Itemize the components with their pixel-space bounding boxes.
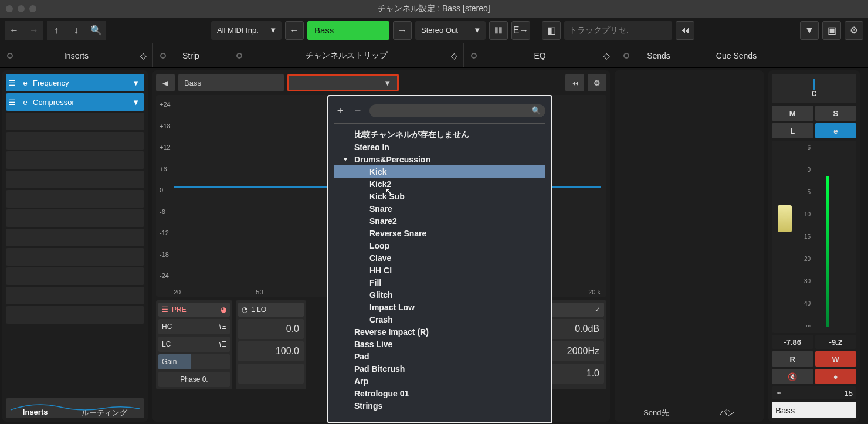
insert-slot-empty[interactable] [6, 287, 144, 304]
tab-inserts[interactable]: Inserts ◇ [0, 43, 152, 67]
tab-sends[interactable]: Sends [616, 43, 701, 67]
channel-name-field[interactable]: Bass [307, 21, 389, 40]
insert-slot-empty[interactable] [6, 113, 144, 130]
bypass-icon[interactable] [623, 53, 629, 59]
bypass-icon[interactable] [160, 53, 166, 59]
insert-slot[interactable]: ☰ e Frequency ▼ [6, 74, 144, 91]
edit-button[interactable]: e [815, 123, 857, 138]
insert-slot-empty[interactable] [6, 229, 144, 246]
link-row[interactable]: ⚭ 15 [772, 386, 856, 399]
close-icon[interactable] [6, 5, 13, 12]
write-button[interactable]: W [815, 351, 857, 367]
eq-back-button[interactable]: ◀ [156, 74, 175, 91]
functions-button[interactable]: ▣ [822, 21, 841, 40]
insert-slot-empty[interactable] [6, 190, 144, 208]
settings-button[interactable]: ⚙ [845, 21, 863, 40]
listen-button[interactable]: L [772, 123, 813, 138]
list-item[interactable]: Clave [334, 252, 545, 264]
band-q[interactable]: 1.0 [544, 364, 604, 384]
bottom-tab-pan[interactable]: パン [713, 404, 742, 422]
insert-slot-empty[interactable] [6, 151, 144, 169]
insert-slot-empty[interactable] [6, 306, 144, 324]
list-item[interactable]: Loop [334, 239, 545, 252]
bypass-icon[interactable]: ☰ [6, 98, 19, 107]
eq-reset-button[interactable]: ⏮ [565, 74, 584, 91]
edit-icon[interactable]: e [19, 98, 32, 107]
level-value[interactable]: -7.86 [772, 335, 813, 349]
list-item[interactable]: Pad Bitcrush [334, 362, 545, 375]
lc-row[interactable]: LC١Ξ [158, 337, 230, 352]
preset-icon-button[interactable]: ◧ [542, 21, 561, 40]
nav-fwd-button[interactable]: → [25, 21, 43, 40]
list-item[interactable]: HH Cl [334, 264, 545, 276]
tab-cue-sends[interactable]: Cue Sends [701, 43, 771, 67]
hc-row[interactable]: HC١Ξ [158, 319, 230, 334]
chevron-down-icon[interactable]: ▼ [132, 98, 144, 107]
list-item[interactable]: Crash [334, 313, 545, 325]
list-item[interactable]: Reverse Snare [334, 227, 545, 239]
band-freq[interactable]: 2000Hz [544, 341, 604, 361]
search-input[interactable]: 🔍 [369, 104, 545, 117]
channel-name[interactable]: Bass [772, 402, 856, 418]
minimize-icon[interactable] [18, 5, 25, 12]
eq-compare-select[interactable]: ▼ [287, 74, 399, 91]
list-item[interactable]: Impact Low [334, 301, 545, 313]
band-header[interactable]: ✓ [544, 303, 604, 317]
edit-icon[interactable]: e [19, 79, 32, 87]
list-item[interactable]: Reverse Impact (R) [334, 325, 545, 338]
pan-control[interactable]: C [772, 74, 856, 103]
insert-slot-empty[interactable] [6, 171, 144, 188]
tab-strip[interactable]: Strip [152, 43, 229, 67]
list-item[interactable]: Kick [334, 165, 545, 178]
band-gain[interactable]: 0.0 [238, 319, 304, 339]
record-button[interactable]: ● [815, 369, 857, 384]
list-item[interactable]: Glitch [334, 289, 545, 301]
eq-source-label[interactable]: Bass [178, 74, 284, 91]
panner-button[interactable]: ⦀⦀ [489, 21, 508, 40]
list-item[interactable]: Bass Live [334, 338, 545, 350]
fader-track[interactable]: 6051015203040∞ [772, 141, 814, 333]
gain-row[interactable]: Gain [158, 354, 230, 369]
band-freq[interactable]: 100.0 [238, 341, 304, 361]
bypass-icon[interactable] [471, 53, 477, 59]
output-chain-button[interactable]: E→ [511, 21, 530, 40]
chevron-down-icon[interactable]: ▼ [132, 79, 144, 87]
band-header[interactable]: ◔1 LO [238, 303, 304, 317]
pre-header[interactable]: ☰PRE◕ [158, 303, 230, 317]
insert-slot-empty[interactable] [6, 267, 144, 285]
list-item[interactable]: Arp [334, 375, 545, 387]
fader-handle[interactable] [778, 205, 792, 232]
collapse-all-button[interactable]: − [352, 105, 364, 117]
phase-row[interactable]: Phase 0. [158, 372, 230, 387]
list-item[interactable]: ▼Drums&Percussion [334, 153, 545, 165]
list-item[interactable]: Pad [334, 350, 545, 362]
dropdown-button[interactable]: ▼ [800, 21, 819, 40]
expand-all-button[interactable]: + [334, 105, 346, 117]
output-routing-select[interactable]: Stereo Out ▼ [415, 21, 486, 40]
nav-back-button[interactable]: ← [5, 21, 23, 40]
insert-slot-empty[interactable] [6, 209, 144, 227]
list-item[interactable]: Stereo In [334, 141, 545, 153]
read-button[interactable]: R [772, 351, 813, 367]
list-item[interactable]: Retrologue 01 [334, 387, 545, 399]
nav-down-button[interactable]: ↓ [67, 21, 86, 40]
band-q[interactable] [238, 364, 304, 384]
monitor-button[interactable]: 🔇 [772, 369, 813, 384]
tab-channel-strip[interactable]: チャンネルストリップ ◇ [229, 43, 463, 67]
nav-up-button[interactable]: ↑ [47, 21, 66, 40]
solo-button[interactable]: S [815, 106, 857, 121]
traffic-lights[interactable] [0, 5, 36, 12]
bottom-tab-inserts[interactable]: Inserts [16, 404, 55, 422]
list-item[interactable]: 比較チャンネルが存在しません [334, 128, 545, 141]
list-item[interactable]: Kick Sub [334, 190, 545, 202]
mute-button[interactable]: M [772, 106, 813, 121]
bottom-tab-send-dest[interactable]: Send先 [636, 404, 676, 422]
track-preset-field[interactable]: トラックプリセ. [564, 21, 672, 40]
list-item[interactable]: Strings [334, 399, 545, 412]
bypass-icon[interactable]: ☰ [6, 79, 19, 87]
insert-slot[interactable]: ☰ e Compressor ▼ [6, 93, 144, 111]
list-item[interactable]: Kick2 [334, 178, 545, 190]
search-button[interactable]: 🔍 [87, 21, 106, 40]
list-item[interactable]: Fill [334, 276, 545, 289]
insert-slot-empty[interactable] [6, 248, 144, 266]
